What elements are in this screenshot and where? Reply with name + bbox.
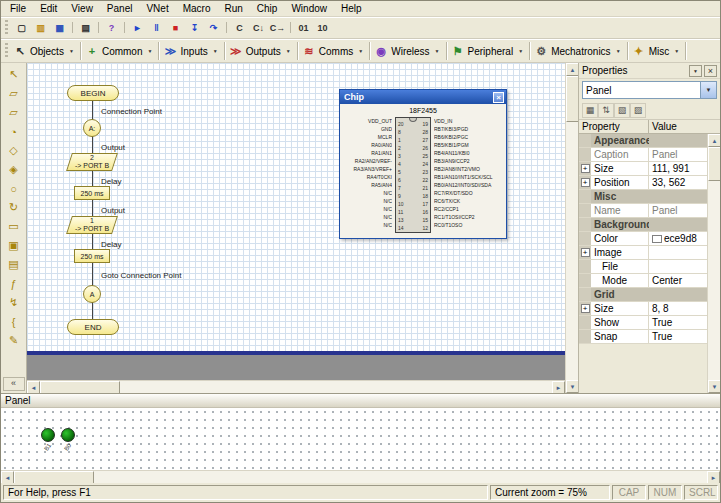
property-value[interactable]: 111, 991	[649, 162, 707, 175]
property-row[interactable]: Caption Panel	[579, 148, 707, 162]
run-button[interactable]: ►	[128, 19, 147, 37]
chevron-down-icon[interactable]	[210, 45, 221, 57]
property-value[interactable]	[649, 134, 707, 147]
new-button[interactable]: ▢	[12, 19, 31, 37]
menu-item[interactable]: Window	[284, 2, 334, 15]
chevron-down-icon[interactable]	[700, 82, 716, 98]
panel-canvas[interactable]: B1 B0	[1, 408, 720, 470]
connection-point-tool[interactable]: ○	[3, 179, 24, 198]
property-row[interactable]: + Size 8, 8	[579, 302, 707, 316]
property-value[interactable]: True	[649, 316, 707, 329]
property-value[interactable]: 33, 562	[649, 176, 707, 189]
end-shape[interactable]: END	[67, 319, 119, 335]
property-row[interactable]: Background	[579, 218, 707, 232]
property-row[interactable]: Appearance	[579, 134, 707, 148]
led-icon[interactable]	[61, 428, 75, 442]
panel-horizontal-scrollbar[interactable]	[1, 470, 720, 483]
delay-shape-2[interactable]: 250 ms	[74, 249, 110, 263]
scrollbar-thumb[interactable]	[708, 147, 720, 181]
chevron-down-icon[interactable]	[355, 45, 366, 57]
separator[interactable]	[95, 19, 102, 37]
menu-item[interactable]: View	[64, 2, 100, 15]
separator[interactable]	[69, 19, 76, 37]
menu-item[interactable]: Chip	[250, 2, 285, 15]
chevron-down-icon[interactable]	[515, 45, 526, 57]
separator[interactable]	[223, 19, 230, 37]
component-group[interactable]: + Common	[84, 41, 163, 61]
step-over-button[interactable]: ↷	[204, 19, 223, 37]
property-value[interactable]	[649, 288, 707, 301]
component-group[interactable]: ✦ Misc	[631, 41, 690, 61]
property-row[interactable]: Color ece9d8	[579, 232, 707, 246]
menu-item[interactable]: Panel	[100, 2, 140, 15]
chevron-down-icon[interactable]	[283, 45, 294, 57]
decision-tool[interactable]: ◇	[3, 141, 24, 160]
component-group[interactable]: ≫ Outputs	[228, 41, 301, 61]
separator[interactable]	[287, 19, 294, 37]
code-tool[interactable]: {	[3, 312, 24, 331]
property-value[interactable]	[649, 260, 707, 273]
property-value[interactable]: Panel	[649, 148, 707, 161]
component-group[interactable]: ≋ Comms	[301, 41, 373, 61]
step-into-button[interactable]: ↧	[185, 19, 204, 37]
property-value[interactable]: True	[649, 330, 707, 343]
property-value[interactable]	[649, 218, 707, 231]
toolbar-grip[interactable]	[5, 20, 8, 36]
canvas-horizontal-scrollbar[interactable]	[27, 380, 565, 393]
expand-icon[interactable]: +	[581, 248, 590, 257]
toolbar-grip[interactable]	[5, 43, 8, 59]
input-tool[interactable]: ▱	[3, 84, 24, 103]
cursor-tool[interactable]: ↖	[3, 65, 24, 84]
menu-item[interactable]: Macro	[176, 2, 218, 15]
expand-icon[interactable]: +	[581, 178, 590, 187]
properties-titlebar[interactable]: Properties	[579, 63, 720, 79]
property-row[interactable]: Name Panel	[579, 204, 707, 218]
menu-item[interactable]: Run	[217, 2, 249, 15]
property-value[interactable]	[649, 190, 707, 203]
property-row[interactable]: Show True	[579, 316, 707, 330]
component-group[interactable]: ⚙ Mechatronics	[533, 41, 630, 61]
string-function-tool[interactable]: ƒ	[3, 274, 24, 293]
interrupt-tool[interactable]: ↯	[3, 293, 24, 312]
delay-shape-1[interactable]: 250 ms	[74, 186, 110, 200]
stop-button[interactable]: ■	[166, 19, 185, 37]
output-shape-1[interactable]: 2 -> PORT B	[66, 153, 118, 171]
panel-titlebar[interactable]: Panel	[1, 394, 720, 408]
properties-vertical-scrollbar[interactable]	[707, 134, 720, 393]
property-pages-button[interactable]: ▧	[614, 103, 630, 118]
categorized-view-button[interactable]: ▦	[582, 103, 598, 118]
property-row[interactable]: Snap True	[579, 330, 707, 344]
compile-button[interactable]: C	[230, 19, 249, 37]
chevron-down-icon[interactable]	[144, 45, 155, 57]
property-row[interactable]: Grid	[579, 288, 707, 302]
canvas-vertical-scrollbar[interactable]	[565, 63, 578, 393]
connection-point-shape[interactable]: A:	[83, 119, 101, 137]
output-tool[interactable]: ▱	[3, 103, 24, 122]
property-value[interactable]: Center	[649, 274, 707, 287]
menu-item[interactable]: VNet	[139, 2, 175, 15]
property-row[interactable]: File	[579, 260, 707, 274]
menu-item[interactable]: Help	[334, 2, 369, 15]
property-value[interactable]: ece9d8	[649, 232, 707, 245]
program-chip-button[interactable]: C→	[268, 19, 287, 37]
expand-icon[interactable]: +	[581, 304, 590, 313]
object-selector-dropdown[interactable]: Panel	[582, 81, 717, 99]
led-icon[interactable]	[41, 428, 55, 442]
view-binary-button[interactable]: 01	[294, 19, 313, 37]
begin-shape[interactable]: BEGIN	[67, 85, 119, 101]
close-icon[interactable]	[704, 65, 717, 77]
property-value[interactable]: 8, 8	[649, 302, 707, 315]
scroll-up-icon[interactable]	[708, 134, 720, 147]
save-button[interactable]: ▦	[50, 19, 69, 37]
print-button[interactable]: ▤	[76, 19, 95, 37]
chevron-down-icon[interactable]	[613, 45, 624, 57]
goto-connection-shape[interactable]: A	[83, 285, 101, 303]
component-group[interactable]: ↖ Objects	[12, 41, 84, 61]
property-row[interactable]: + Image	[579, 246, 707, 260]
chevron-down-icon[interactable]	[432, 45, 443, 57]
property-row[interactable]: Mode Center	[579, 274, 707, 288]
property-value[interactable]	[649, 246, 707, 259]
chevron-down-icon[interactable]	[66, 45, 77, 57]
led-component[interactable]: B0	[61, 428, 75, 450]
loop-tool[interactable]: ↻	[3, 198, 24, 217]
